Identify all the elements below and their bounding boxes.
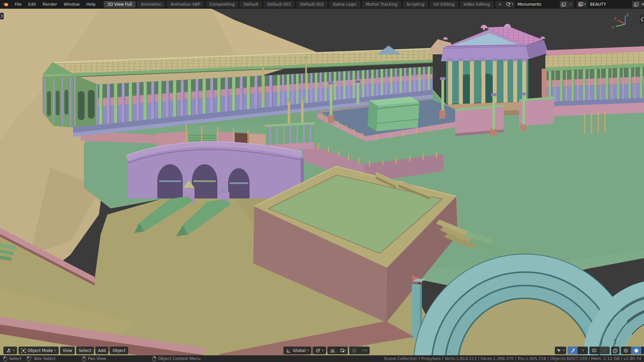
scene-browse-button[interactable]: ▾ [504, 1, 515, 8]
remove-view-layer-button[interactable]: ✕ [640, 1, 644, 8]
blender-logo-icon[interactable] [3, 1, 9, 7]
workspace-tab-compositing[interactable]: Compositing [206, 1, 238, 8]
workspace-tab-motion-tracking[interactable]: Motion Tracking [362, 1, 401, 8]
chevron-down-icon: ▾ [512, 3, 513, 6]
shading-mode-group: ▾ [621, 347, 644, 354]
overlays-group: ▾ [589, 347, 610, 354]
workspace-tabs: 3D View Full Animation Animation ABP Com… [104, 0, 504, 9]
editor-type-button[interactable]: ▾ [3, 347, 17, 354]
workspace-tab-video-editing[interactable]: Video Editing [460, 1, 494, 8]
scene-icon [506, 2, 511, 7]
falloff-curve-icon [362, 349, 366, 352]
overlays-icon [592, 348, 597, 353]
chevron-down-icon: ▾ [604, 349, 605, 352]
magnet-icon [330, 348, 335, 353]
workspace-tab-game-logic[interactable]: Game Logic [329, 1, 360, 8]
object-visibility-dropdown[interactable]: ▾ [555, 347, 566, 354]
toolbar-expand-tab[interactable] [0, 13, 4, 19]
shading-wireframe-button[interactable] [621, 347, 631, 354]
shading-material-button[interactable] [641, 347, 644, 354]
chevron-down-icon: ▾ [13, 349, 14, 352]
solid-sphere-icon [634, 348, 639, 353]
shading-solid-button[interactable] [631, 347, 641, 354]
menu-file[interactable]: File [11, 0, 25, 9]
proportional-edit-toggle[interactable] [349, 347, 359, 354]
add-menu[interactable]: Add [95, 347, 108, 354]
workspace-tab-scripting[interactable]: Scripting [403, 1, 428, 8]
gizmos-group: ▾ [568, 347, 588, 354]
mouse-drag-icon [27, 356, 32, 361]
main-menus: File Edit Render Window Help [11, 0, 99, 9]
view-layer-browse-button[interactable]: ▾ [577, 1, 587, 8]
mode-label: Object Mode [28, 348, 53, 353]
snap-settings-dropdown[interactable]: ▾ [337, 347, 348, 354]
scene-name-field[interactable]: Monuments [515, 1, 560, 8]
altar[interactable] [368, 97, 419, 131]
hint-pan-view: Pan View [82, 356, 106, 361]
workspace-tab-default-001[interactable]: Default.001 [264, 1, 295, 8]
mouse-middle-icon [82, 356, 86, 361]
workspace-tab-default[interactable]: Default [240, 1, 262, 8]
chevron-down-icon: ▾ [366, 349, 368, 352]
workspace-tab-animation-abp[interactable]: Animation ABP [167, 1, 204, 8]
new-scene-button[interactable] [560, 1, 567, 8]
show-overlays-toggle[interactable] [589, 347, 599, 354]
scene-statistics: Scene Collection | Propylees | Verts:1,8… [384, 356, 644, 361]
select-menu[interactable]: Select [76, 347, 94, 354]
blender-window: Z X Y File Edit Render Window Help 3D Vi… [0, 0, 644, 362]
viewport-header-right: ▾ ▾ ▾ [555, 347, 644, 354]
unlink-scene-button[interactable]: ✕ [567, 1, 574, 8]
axis-x-label: X [614, 17, 616, 20]
mouse-right-icon [152, 356, 156, 361]
workspace-tab-uv-editing[interactable]: UV Editing [430, 1, 458, 8]
gizmos-settings-dropdown[interactable]: ▾ [578, 347, 588, 354]
axis-z-label: Z [627, 13, 629, 17]
chevron-down-icon: ▾ [344, 349, 346, 352]
workspace-tab-default-002[interactable]: Default.002 [297, 1, 328, 8]
view-layer-name-field[interactable]: BEAUTY [587, 1, 632, 8]
chevron-down-icon: ▾ [55, 349, 56, 352]
chevron-down-icon: ▾ [582, 349, 584, 352]
overlays-settings-dropdown[interactable]: ▾ [599, 347, 610, 354]
proportional-edit-group: ▾ [349, 347, 370, 354]
view-menu[interactable]: View [60, 347, 75, 354]
show-gizmos-toggle[interactable] [568, 347, 578, 354]
view-layer-selector: ▾ BEAUTY ✕ [577, 1, 644, 8]
xray-toggle[interactable] [611, 347, 620, 354]
new-view-layer-button[interactable] [632, 1, 640, 8]
menu-help[interactable]: Help [83, 0, 99, 9]
menu-render[interactable]: Render [39, 0, 60, 9]
viewport-canvas[interactable]: Z X Y [0, 0, 644, 362]
chevron-down-icon: ▾ [584, 3, 586, 6]
snap-toggle-button[interactable] [327, 347, 337, 354]
pivot-point-dropdown[interactable]: ▾ [313, 347, 326, 354]
proportional-icon [352, 348, 357, 353]
duplicate-icon [634, 2, 638, 7]
scene-selector: ▾ Monuments ✕ [504, 1, 574, 8]
axis-y-label: Y [611, 26, 614, 29]
snap-increment-icon [340, 348, 344, 353]
wireframe-sphere-icon [624, 348, 628, 353]
workspace-tab-3d-view-full[interactable]: 3D View Full [104, 1, 136, 8]
pivot-icon [315, 348, 320, 353]
transform-orientation-dropdown[interactable]: Global ▾ [283, 347, 311, 354]
proportional-falloff-dropdown[interactable]: ▾ [359, 347, 370, 354]
workspace-tab-animation[interactable]: Animation [137, 1, 165, 8]
mode-dropdown[interactable]: Object Mode ▾ [18, 347, 59, 354]
editor-type-icon [6, 348, 11, 353]
mouse-left-icon [3, 356, 7, 361]
chevron-down-icon: ▾ [563, 349, 565, 352]
gizmo-arrow-icon [570, 348, 575, 353]
menu-window[interactable]: Window [60, 0, 83, 9]
menu-edit[interactable]: Edit [25, 0, 39, 9]
object-menu[interactable]: Object [110, 347, 128, 354]
right-colonnade[interactable] [545, 46, 644, 110]
region-collapse-tab[interactable] [640, 15, 644, 24]
hint-object-context-menu: Object Context Menu [152, 356, 201, 361]
orientation-axes-icon [286, 348, 291, 353]
snapping-group: ▾ [327, 347, 348, 354]
object-mode-icon [21, 348, 26, 353]
orientation-label: Global [293, 348, 306, 353]
duplicate-icon [561, 2, 566, 7]
add-workspace-button[interactable]: + [495, 1, 504, 8]
